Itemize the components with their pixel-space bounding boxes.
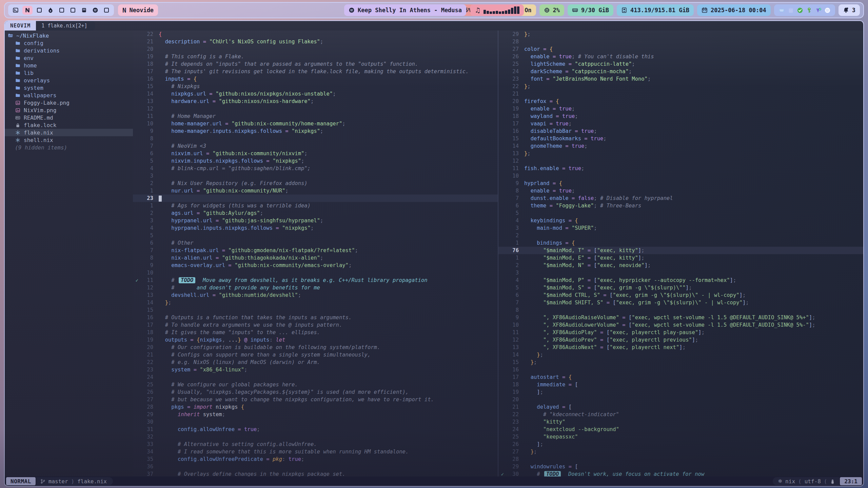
code-line[interactable]: 6 nixvim.url = "github:nix-community/nix…: [133, 150, 498, 157]
code-line[interactable]: 6 "$mainMod CTRL, S" = ["exec, grim -g \…: [498, 291, 863, 299]
code-line[interactable]: 1 "$mainMod, E" = ["exec, kitty"];: [498, 254, 863, 262]
code-line[interactable]: 23 "kitty": [498, 418, 863, 426]
code-line[interactable]: 22 # e.g. NixOS (linux) and MacOS (darwi…: [133, 359, 498, 366]
code-line[interactable]: 14 };: [133, 299, 498, 306]
code-line[interactable]: 1 bindings = {: [498, 239, 863, 247]
code-line[interactable]: 24 "nextcloud --background": [498, 426, 863, 433]
workspace-files-icon[interactable]: [80, 6, 88, 15]
keyboard-icon[interactable]: [778, 7, 785, 14]
code-line[interactable]: 18 # It gives the name "inputs" to the .…: [133, 329, 498, 336]
code-line[interactable]: 10: [498, 172, 863, 180]
code-line[interactable]: 17 vaapi = true;: [498, 120, 863, 127]
tree-item-wallpapers[interactable]: wallpapers: [5, 92, 133, 99]
workspace-flame-icon[interactable]: [46, 6, 55, 15]
code-line[interactable]: 11fish.enable = true;: [498, 165, 863, 172]
code-line[interactable]: ✓11 # TODO Move away from devshell, as i…: [133, 277, 498, 284]
code-line[interactable]: 15: [133, 306, 498, 314]
media-player-pill[interactable]: Keep Shelly In Athens - Medusa: [344, 4, 466, 16]
code-line[interactable]: 19 # This config is a Flake.: [133, 53, 498, 60]
code-line[interactable]: 18 wayland = true;: [498, 113, 863, 120]
code-line[interactable]: 18 # It depends on "inputs" that are pas…: [133, 60, 498, 68]
code-line[interactable]: 20: [133, 45, 498, 53]
code-line[interactable]: 13 hardware.url = "github:nixos/nixos-ha…: [133, 98, 498, 105]
editor-pane-right[interactable]: 29};2827color = {26 enable = true; # You…: [498, 30, 863, 476]
code-line[interactable]: 13};: [498, 150, 863, 157]
ram-pill[interactable]: 9/30 GiB: [568, 4, 613, 16]
code-line[interactable]: 9 emacs-overlay.url = "github:nix-commun…: [133, 262, 498, 269]
code-line[interactable]: 8: [498, 306, 863, 314]
code-line[interactable]: 5 "$mainMod, S" = ["exec, grim -g \"$(sl…: [498, 284, 863, 291]
code-line[interactable]: 21 delayed = [: [498, 403, 863, 411]
notifications-pill[interactable]: 3: [839, 4, 860, 16]
code-line[interactable]: 26 enable = true; # You can't disable th…: [498, 53, 863, 60]
key-icon[interactable]: [806, 7, 812, 14]
code-line[interactable]: 7 dunst.enable = false; # Disable for hy…: [498, 195, 863, 202]
clock-pill[interactable]: 2025-06-18 00:04: [697, 4, 771, 16]
code-line[interactable]: 8: [133, 135, 498, 142]
workspace-active-neovim-icon[interactable]: [22, 6, 33, 15]
code-line[interactable]: 10 home-manager.url = "github:nix-commun…: [133, 120, 498, 127]
workspace-workspace-dot[interactable]: [68, 6, 77, 15]
code-line[interactable]: 12: [133, 105, 498, 113]
code-line[interactable]: 23: [133, 195, 498, 202]
tree-item-system[interactable]: system: [5, 84, 133, 92]
code-line[interactable]: 16: [498, 366, 863, 373]
code-line[interactable]: 21 # Configs can support more than a sin…: [133, 351, 498, 359]
cpu-pill[interactable]: 2%: [539, 4, 564, 16]
code-line[interactable]: 23 font = "JetBrainsMono Nerd Font Mono"…: [498, 75, 863, 83]
code-line[interactable]: 17 # To handle extra arguments we use th…: [133, 321, 498, 329]
code-line[interactable]: 22 # "kdeconnect-indicator": [498, 411, 863, 418]
code-line[interactable]: 19 outputs = {nixpkgs, ...} @ inputs: le…: [133, 336, 498, 344]
code-line[interactable]: 1 # Ags for widgets (this was a terrible…: [133, 202, 498, 209]
code-line[interactable]: 13 devshell.url = "github:numtide/devshe…: [133, 291, 498, 299]
code-line[interactable]: 25 # We configure our global packages he…: [133, 381, 498, 388]
tree-item-foggy-lake.png[interactable]: Foggy-Lake.png: [5, 99, 133, 106]
tab-buffer-flake-nix[interactable]: 1 flake.nix[2+]: [36, 21, 95, 30]
code-line[interactable]: 26 # Usually, "nixpkgs.legacyPackages.${…: [133, 388, 498, 396]
code-line[interactable]: 25 "keepassxc": [498, 433, 863, 441]
code-line[interactable]: ✓30 # TODO Doesn't work, use focus_on_ac…: [498, 470, 863, 476]
code-line[interactable]: 3: [498, 269, 863, 277]
code-line[interactable]: 15 # Nixpkgs: [133, 83, 498, 90]
code-line[interactable]: 28: [498, 38, 863, 45]
code-line[interactable]: 17 # The inputs' git revisions get locke…: [133, 68, 498, 75]
code-line[interactable]: 29};: [498, 30, 863, 38]
code-line[interactable]: 4 "$mainMod, P" = ["exec, hyprpicker --a…: [498, 277, 863, 284]
code-line[interactable]: 3: [133, 172, 498, 180]
code-line[interactable]: 17 autostart = {: [498, 373, 863, 381]
code-line[interactable]: 15 defaultBookmarks = true;: [498, 135, 863, 142]
code-line[interactable]: 28 pkgs = import nixpkgs {: [133, 403, 498, 411]
code-line[interactable]: 36: [133, 463, 498, 470]
tree-item-env[interactable]: env: [5, 54, 133, 62]
workspace-workspace-dot[interactable]: [57, 6, 66, 15]
editor-pane-left[interactable]: 22{21 description = "ChUrl's NixOS confi…: [133, 30, 498, 476]
code-line[interactable]: 6 theme = "Foggy-Lake"; # Three-Bears: [498, 202, 863, 209]
tree-item--nixflake[interactable]: ~/NixFlake: [5, 32, 133, 39]
code-line[interactable]: 13 ", XF86AudioNext" = ["exec, playerctl…: [498, 344, 863, 351]
tree-item-flake.nix[interactable]: flake.nix: [5, 129, 133, 136]
code-line[interactable]: 19 enable = true;: [498, 105, 863, 113]
code-line[interactable]: 2: [498, 232, 863, 239]
tree-item-readme.md[interactable]: README.md: [5, 114, 133, 121]
clipboard-icon[interactable]: [788, 7, 794, 14]
code-line[interactable]: 11 ", XF86AudioPlay" = ["exec, playerctl…: [498, 329, 863, 336]
code-line[interactable]: 21: [498, 90, 863, 98]
spotify-icon[interactable]: [824, 7, 831, 14]
code-line[interactable]: 27 };: [498, 448, 863, 455]
tree-item-shell.nix[interactable]: shell.nix: [5, 136, 133, 144]
code-line[interactable]: 5: [133, 232, 498, 239]
code-line[interactable]: 22{: [133, 30, 498, 38]
code-line[interactable]: 9hyprland = {: [498, 180, 863, 187]
vpn-icon[interactable]: [815, 7, 822, 14]
code-line[interactable]: 10 ", XF86AudioLowerVolume" = ["exec, wp…: [498, 321, 863, 329]
code-line[interactable]: 5 nixvim.inputs.nixpkgs.follows = "nixpk…: [133, 157, 498, 165]
code-line[interactable]: 12 # and doesn't provide any benefits fo…: [133, 284, 498, 291]
code-line[interactable]: 18 immediate = [: [498, 381, 863, 388]
system-tray[interactable]: [774, 4, 835, 16]
code-line[interactable]: 20 # Our configuration is buildable on t…: [133, 344, 498, 351]
code-line[interactable]: 15 };: [498, 359, 863, 366]
code-line[interactable]: 12: [498, 157, 863, 165]
code-line[interactable]: 6 # Other: [133, 239, 498, 247]
code-line[interactable]: 7 # NeoVim <3: [133, 142, 498, 150]
code-line[interactable]: 16 disableTabBar = true;: [498, 127, 863, 135]
